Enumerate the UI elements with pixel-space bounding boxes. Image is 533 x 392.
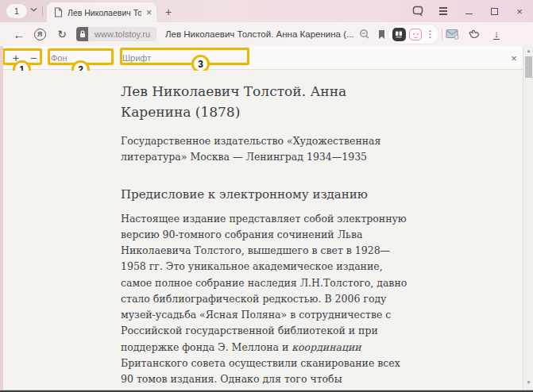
- reader-mode-button[interactable]: [392, 28, 406, 41]
- tab-counter-label: 1: [14, 6, 19, 16]
- lock-badge[interactable]: [76, 27, 88, 41]
- extensions-pill: ⋮: [388, 25, 438, 44]
- maximize-button[interactable]: [488, 5, 500, 17]
- url-page-title[interactable]: Лев Николаевич Толстой. Анна Каренина (.…: [165, 22, 354, 46]
- back-button[interactable]: ←: [11, 22, 27, 46]
- lock-icon: [79, 30, 86, 38]
- alice-button[interactable]: [409, 29, 422, 40]
- chat-icon: [412, 6, 423, 17]
- hand-icon: [468, 29, 481, 40]
- preface-heading: Предисловие к электронному изданию: [121, 187, 413, 202]
- window-close-button[interactable]: ×: [513, 5, 526, 17]
- tab-close-button[interactable]: ×: [146, 8, 152, 17]
- url-domain[interactable]: www.tolstoy.ru: [88, 27, 156, 41]
- minimize-icon: [465, 13, 473, 14]
- reader-close-button[interactable]: ×: [505, 46, 523, 70]
- italic-text: координации: [292, 341, 361, 353]
- scroll-up-button[interactable]: ▲: [523, 46, 533, 56]
- tabbar-divider: [42, 6, 43, 17]
- article-imprint: Государственное издательство «Художестве…: [121, 133, 413, 165]
- reader-content: Лев Николаевич Толстой. Анна Каренина (1…: [0, 71, 523, 390]
- tab-active[interactable]: Лев Николаевич Толстой. Анна Каренина ×: [47, 2, 156, 22]
- paragraph-text: Британского совета осуществили сканирова…: [121, 357, 407, 390]
- download-icon: ↓: [493, 29, 500, 40]
- magnifier-minus-icon: [359, 29, 370, 40]
- browser-window: 1 Лев Николаевич Толстой. Анна Каренина …: [0, 0, 533, 392]
- downloads-button[interactable]: ↓: [488, 22, 505, 46]
- addressbar-divider: [442, 29, 442, 40]
- scrollbar-thumb[interactable]: [525, 56, 532, 78]
- new-tab-button[interactable]: +: [161, 5, 176, 19]
- chevron-down-icon[interactable]: [30, 7, 37, 12]
- bookmark-icon: [377, 29, 386, 40]
- address-bar: ← Я ↻ www.tolstoy.ru Лев Николаевич Толс…: [0, 22, 533, 46]
- tab-bar: 1 Лев Николаевич Толстой. Анна Каренина …: [0, 0, 533, 22]
- maximize-icon: [491, 8, 498, 15]
- hamburger-icon: [439, 7, 447, 14]
- article-title: Лев Николаевич Толстой. Анна Каренина (1…: [121, 81, 413, 123]
- chat-button[interactable]: [411, 5, 424, 17]
- tab-title: Лев Николаевич Толстой. Анна Каренина: [68, 8, 141, 17]
- yandex-icon: Я: [34, 29, 46, 40]
- mail-icon: [446, 29, 459, 40]
- reload-button[interactable]: ↻: [54, 22, 70, 46]
- scroll-down-button[interactable]: ▼: [523, 378, 533, 387]
- page-zoom-button[interactable]: [357, 22, 372, 46]
- tab-counter-button[interactable]: 1: [6, 4, 27, 18]
- scrollbar[interactable]: ▲ ▼: [523, 46, 533, 390]
- yandex-button[interactable]: Я: [33, 22, 47, 46]
- annotation-box-3: [120, 48, 249, 65]
- preface-paragraph: Настоящее издание представляет собой эле…: [121, 211, 413, 390]
- page-icon: [54, 7, 63, 17]
- minimize-button[interactable]: [462, 5, 475, 17]
- mail-button[interactable]: [443, 22, 461, 46]
- more-menu-button[interactable]: ⋮: [426, 29, 435, 40]
- collections-button[interactable]: [465, 22, 483, 46]
- article: Лев Николаевич Толстой. Анна Каренина (1…: [121, 81, 413, 390]
- paragraph-text: Настоящее издание представляет собой эле…: [121, 213, 407, 353]
- url-box[interactable]: www.tolstoy.ru: [76, 27, 156, 41]
- menu-button[interactable]: [437, 5, 450, 17]
- window-edge-left: [0, 46, 3, 390]
- bookmark-button[interactable]: [374, 22, 388, 46]
- window-controls: ×: [411, 0, 533, 22]
- reader-mode-icon: [395, 30, 403, 38]
